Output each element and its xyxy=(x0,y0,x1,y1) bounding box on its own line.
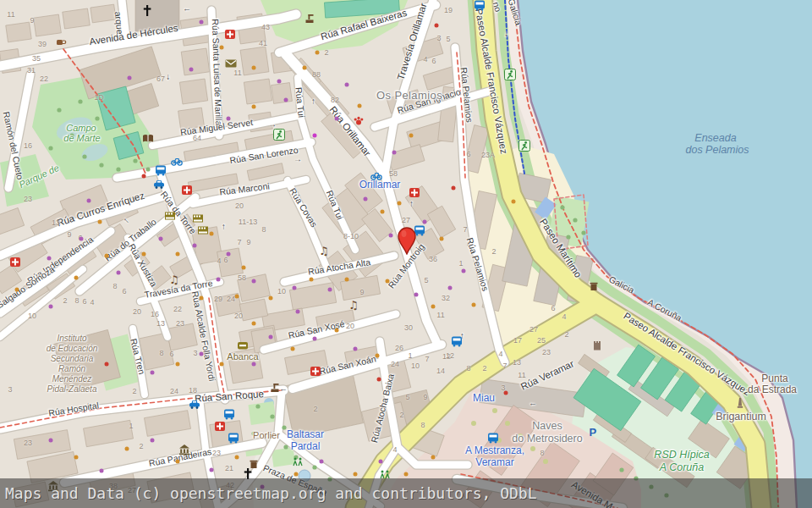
attribution-bar: Maps and Data (c) openstreetmap.org and … xyxy=(0,478,812,508)
map-canvas[interactable]: Avenida de HérculesRúa Rafael BaixerasTr… xyxy=(0,0,812,508)
attribution-text: Maps and Data (c) openstreetmap.org and … xyxy=(0,484,537,502)
location-pin[interactable] xyxy=(396,226,418,255)
